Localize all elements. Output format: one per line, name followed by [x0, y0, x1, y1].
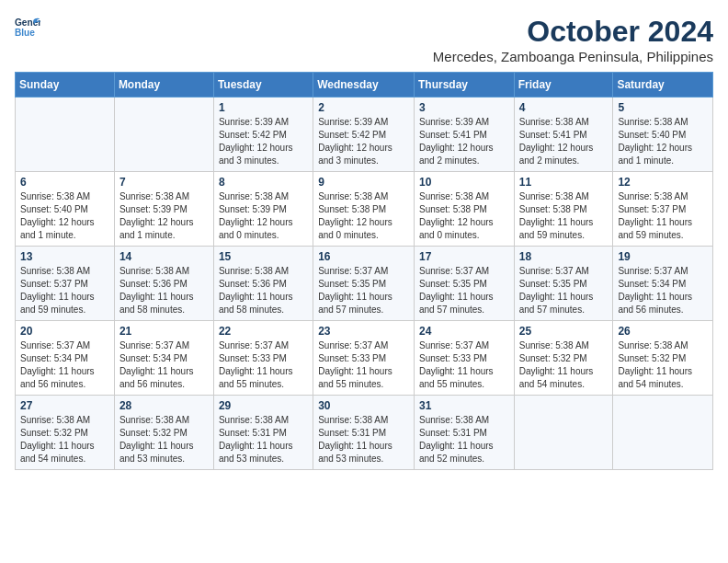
week-row-3: 13Sunrise: 5:38 AM Sunset: 5:37 PM Dayli…: [16, 247, 713, 321]
col-wednesday: Wednesday: [313, 73, 415, 98]
col-friday: Friday: [514, 73, 613, 98]
calendar-cell: 22Sunrise: 5:37 AM Sunset: 5:33 PM Dayli…: [213, 321, 313, 396]
day-number: 8: [219, 176, 308, 189]
day-detail: Sunrise: 5:38 AM Sunset: 5:38 PM Dayligh…: [318, 190, 409, 242]
day-detail: Sunrise: 5:38 AM Sunset: 5:32 PM Dayligh…: [119, 414, 209, 465]
header-row: Sunday Monday Tuesday Wednesday Thursday…: [16, 73, 713, 98]
day-number: 23: [318, 325, 409, 338]
page-header: General Blue October 2024 Mercedes, Zamb…: [15, 15, 713, 64]
day-number: 18: [519, 250, 609, 263]
day-number: 20: [20, 325, 109, 338]
day-number: 25: [519, 325, 609, 338]
day-number: 13: [20, 250, 109, 263]
calendar-cell: 10Sunrise: 5:38 AM Sunset: 5:38 PM Dayli…: [414, 172, 514, 247]
day-number: 29: [219, 399, 308, 412]
calendar-cell: 28Sunrise: 5:38 AM Sunset: 5:32 PM Dayli…: [114, 396, 213, 470]
day-detail: Sunrise: 5:38 AM Sunset: 5:31 PM Dayligh…: [419, 414, 509, 465]
calendar-cell: 26Sunrise: 5:38 AM Sunset: 5:32 PM Dayli…: [613, 321, 713, 396]
calendar-cell: 4Sunrise: 5:38 AM Sunset: 5:41 PM Daylig…: [514, 98, 613, 172]
calendar-cell: 24Sunrise: 5:37 AM Sunset: 5:33 PM Dayli…: [414, 321, 514, 396]
day-detail: Sunrise: 5:39 AM Sunset: 5:41 PM Dayligh…: [419, 116, 509, 167]
calendar-table: Sunday Monday Tuesday Wednesday Thursday…: [15, 72, 713, 470]
day-number: 2: [318, 101, 409, 114]
calendar-cell: 20Sunrise: 5:37 AM Sunset: 5:34 PM Dayli…: [16, 321, 115, 396]
calendar-cell: [613, 396, 713, 470]
day-number: 7: [119, 176, 209, 189]
day-number: 19: [618, 250, 708, 263]
calendar-cell: [16, 98, 115, 172]
day-detail: Sunrise: 5:38 AM Sunset: 5:41 PM Dayligh…: [519, 116, 609, 167]
calendar-cell: 2Sunrise: 5:39 AM Sunset: 5:42 PM Daylig…: [313, 98, 415, 172]
day-number: 21: [119, 325, 209, 338]
calendar-cell: 1Sunrise: 5:39 AM Sunset: 5:42 PM Daylig…: [213, 98, 313, 172]
day-number: 27: [20, 399, 109, 412]
col-sunday: Sunday: [16, 73, 115, 98]
day-detail: Sunrise: 5:37 AM Sunset: 5:34 PM Dayligh…: [618, 265, 708, 316]
day-number: 16: [318, 250, 409, 263]
calendar-cell: 11Sunrise: 5:38 AM Sunset: 5:38 PM Dayli…: [514, 172, 613, 247]
week-row-2: 6Sunrise: 5:38 AM Sunset: 5:40 PM Daylig…: [16, 172, 713, 247]
day-detail: Sunrise: 5:38 AM Sunset: 5:36 PM Dayligh…: [219, 265, 308, 316]
day-detail: Sunrise: 5:38 AM Sunset: 5:36 PM Dayligh…: [119, 265, 209, 316]
calendar-cell: 17Sunrise: 5:37 AM Sunset: 5:35 PM Dayli…: [414, 247, 514, 321]
day-detail: Sunrise: 5:37 AM Sunset: 5:35 PM Dayligh…: [519, 265, 609, 316]
day-detail: Sunrise: 5:39 AM Sunset: 5:42 PM Dayligh…: [318, 116, 409, 167]
calendar-cell: 13Sunrise: 5:38 AM Sunset: 5:37 PM Dayli…: [16, 247, 115, 321]
day-number: 5: [618, 101, 708, 114]
calendar-cell: 21Sunrise: 5:37 AM Sunset: 5:34 PM Dayli…: [114, 321, 213, 396]
calendar-cell: 15Sunrise: 5:38 AM Sunset: 5:36 PM Dayli…: [213, 247, 313, 321]
calendar-cell: 9Sunrise: 5:38 AM Sunset: 5:38 PM Daylig…: [313, 172, 415, 247]
calendar-cell: 14Sunrise: 5:38 AM Sunset: 5:36 PM Dayli…: [114, 247, 213, 321]
day-number: 12: [618, 176, 708, 189]
title-area: October 2024 Mercedes, Zamboanga Peninsu…: [433, 15, 713, 64]
day-detail: Sunrise: 5:37 AM Sunset: 5:33 PM Dayligh…: [219, 339, 308, 391]
calendar-cell: [514, 396, 613, 470]
day-detail: Sunrise: 5:37 AM Sunset: 5:33 PM Dayligh…: [318, 339, 409, 391]
day-number: 24: [419, 325, 509, 338]
day-number: 31: [419, 399, 509, 412]
day-detail: Sunrise: 5:38 AM Sunset: 5:32 PM Dayligh…: [20, 414, 109, 465]
day-number: 9: [318, 176, 409, 189]
calendar-cell: 16Sunrise: 5:37 AM Sunset: 5:35 PM Dayli…: [313, 247, 415, 321]
calendar-cell: 6Sunrise: 5:38 AM Sunset: 5:40 PM Daylig…: [16, 172, 115, 247]
day-number: 4: [519, 101, 609, 114]
day-number: 1: [219, 101, 308, 114]
day-detail: Sunrise: 5:38 AM Sunset: 5:38 PM Dayligh…: [519, 190, 609, 242]
day-number: 17: [419, 250, 509, 263]
calendar-cell: 8Sunrise: 5:38 AM Sunset: 5:39 PM Daylig…: [213, 172, 313, 247]
calendar-cell: 30Sunrise: 5:38 AM Sunset: 5:31 PM Dayli…: [313, 396, 415, 470]
week-row-4: 20Sunrise: 5:37 AM Sunset: 5:34 PM Dayli…: [16, 321, 713, 396]
calendar-cell: 12Sunrise: 5:38 AM Sunset: 5:37 PM Dayli…: [613, 172, 713, 247]
day-detail: Sunrise: 5:38 AM Sunset: 5:40 PM Dayligh…: [618, 116, 708, 167]
calendar-cell: [114, 98, 213, 172]
calendar-cell: 27Sunrise: 5:38 AM Sunset: 5:32 PM Dayli…: [16, 396, 115, 470]
calendar-cell: 18Sunrise: 5:37 AM Sunset: 5:35 PM Dayli…: [514, 247, 613, 321]
day-number: 14: [119, 250, 209, 263]
day-detail: Sunrise: 5:38 AM Sunset: 5:39 PM Dayligh…: [219, 190, 308, 242]
day-detail: Sunrise: 5:38 AM Sunset: 5:37 PM Dayligh…: [618, 190, 708, 242]
week-row-5: 27Sunrise: 5:38 AM Sunset: 5:32 PM Dayli…: [16, 396, 713, 470]
col-monday: Monday: [114, 73, 213, 98]
day-detail: Sunrise: 5:37 AM Sunset: 5:35 PM Dayligh…: [419, 265, 509, 316]
col-tuesday: Tuesday: [213, 73, 313, 98]
day-detail: Sunrise: 5:37 AM Sunset: 5:34 PM Dayligh…: [119, 339, 209, 391]
day-detail: Sunrise: 5:38 AM Sunset: 5:39 PM Dayligh…: [119, 190, 209, 242]
day-detail: Sunrise: 5:38 AM Sunset: 5:31 PM Dayligh…: [318, 414, 409, 465]
day-detail: Sunrise: 5:38 AM Sunset: 5:37 PM Dayligh…: [20, 265, 109, 316]
day-number: 28: [119, 399, 209, 412]
week-row-1: 1Sunrise: 5:39 AM Sunset: 5:42 PM Daylig…: [16, 98, 713, 172]
day-number: 26: [618, 325, 708, 338]
logo-icon: General Blue: [15, 15, 40, 40]
day-detail: Sunrise: 5:38 AM Sunset: 5:32 PM Dayligh…: [519, 339, 609, 391]
page-subtitle: Mercedes, Zamboanga Peninsula, Philippin…: [433, 49, 713, 64]
calendar-cell: 3Sunrise: 5:39 AM Sunset: 5:41 PM Daylig…: [414, 98, 514, 172]
day-number: 3: [419, 101, 509, 114]
day-number: 11: [519, 176, 609, 189]
day-detail: Sunrise: 5:39 AM Sunset: 5:42 PM Dayligh…: [219, 116, 308, 167]
day-detail: Sunrise: 5:38 AM Sunset: 5:32 PM Dayligh…: [618, 339, 708, 391]
day-detail: Sunrise: 5:37 AM Sunset: 5:35 PM Dayligh…: [318, 265, 409, 316]
day-detail: Sunrise: 5:38 AM Sunset: 5:40 PM Dayligh…: [20, 190, 109, 242]
day-number: 6: [20, 176, 109, 189]
calendar-cell: 7Sunrise: 5:38 AM Sunset: 5:39 PM Daylig…: [114, 172, 213, 247]
day-number: 15: [219, 250, 308, 263]
